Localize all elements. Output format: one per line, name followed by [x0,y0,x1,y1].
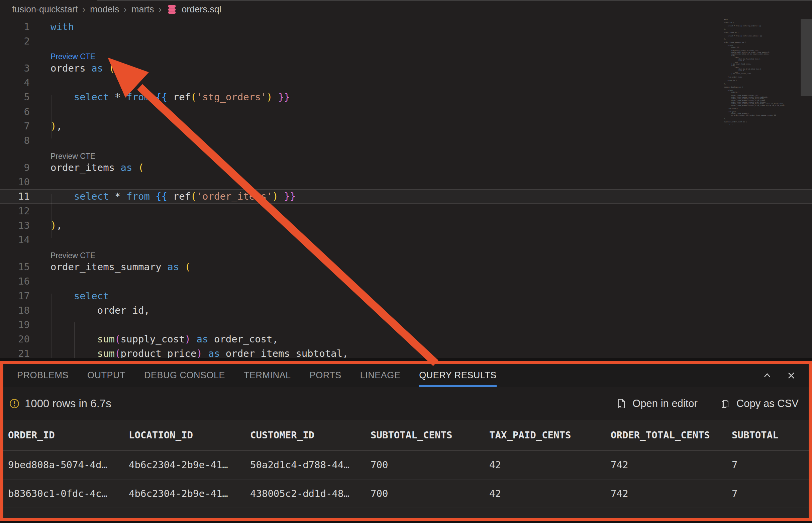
column-header[interactable]: ORDER_ID [8,429,129,441]
chevron-up-icon[interactable] [761,370,773,381]
tab-terminal[interactable]: TERMINAL [244,364,291,387]
query-results-panel: PROBLEMSOUTPUTDEBUG CONSOLETERMINALPORTS… [0,361,812,521]
table-cell: 3b4a03db-7b23-46… [8,517,129,518]
code-line[interactable]: 14 [0,232,812,247]
tab-ports[interactable]: PORTS [310,364,341,387]
code-line[interactable]: 15order_items_summary as ( [0,260,812,274]
code-editor[interactable]: 1with2Preview CTE3orders as (45 select *… [0,19,812,361]
table-row[interactable]: 3b4a03db-7b23-46…4b6c2304-2b9e-41…526126… [3,508,809,518]
code-text: ), [51,220,62,231]
editor-scrollbar[interactable] [801,0,812,361]
table-cell: 742 [611,488,732,499]
copy-icon [720,398,730,409]
tab-debug-console[interactable]: DEBUG CONSOLE [144,364,225,387]
panel-window-controls [761,364,797,387]
code-line[interactable]: 20 sum(supply_cost) as order_cost, [0,332,812,346]
code-line[interactable]: 8 [0,133,812,147]
row-count-status: 1000 rows in 6.7s [25,397,111,410]
results-actions: Open in editor Copy as CSV [616,398,799,410]
table-cell: 700 [371,488,489,499]
scrollbar-thumb[interactable] [801,19,812,96]
table-cell: 4b6c2304-2b9e-41… [129,488,250,499]
code-line[interactable]: 12 [0,204,812,218]
line-number: 7 [0,120,30,132]
code-line[interactable]: 13), [0,218,812,232]
line-number: 11 [0,191,30,202]
column-header[interactable]: TAX_PAID_CENTS [489,429,611,441]
code-line[interactable]: 5 select * from {{ ref('stg_orders') }} [0,90,812,104]
editor-panel-divider [0,358,812,361]
column-header[interactable]: CUSTOMER_ID [250,429,371,441]
table-row[interactable]: b83630c1-0fdc-4c…4b6c2304-2b9e-41…438005… [3,480,809,508]
line-number: 17 [0,290,30,302]
code-line[interactable]: 10 [0,175,812,189]
tab-problems[interactable]: PROBLEMS [17,364,69,387]
line-number: 1 [0,21,30,33]
line-number: 21 [0,348,30,359]
results-header-row: ORDER_IDLOCATION_IDCUSTOMER_IDSUBTOTAL_C… [3,420,809,451]
results-rows: 9bed808a-5074-4d…4b6c2304-2b9e-41…50a2d1… [3,451,809,518]
close-icon[interactable] [786,370,797,381]
line-number: 5 [0,91,30,103]
indent-guide [51,95,52,139]
minimap[interactable]: with orders as ( select * from {{ ref('s… [724,19,800,125]
line-number: 16 [0,275,30,287]
code-text: select * from {{ ref('stg_orders') }} [51,91,290,103]
code-line[interactable]: 16 [0,274,812,289]
code-line[interactable]: 17 select [0,289,812,303]
line-number: 12 [0,205,30,217]
results-status-bar: 1000 rows in 6.7s Open in editor [3,387,809,420]
code-line[interactable]: 2 [0,34,812,48]
column-header[interactable]: SUBTOTAL [732,429,809,441]
copy-as-csv-button[interactable]: Copy as CSV [720,398,799,410]
breadcrumb-items: fusion-quickstart›models›marts› [12,4,166,15]
code-text: ), [51,120,62,132]
code-text: order_items as ( [51,162,144,173]
breadcrumb-file[interactable]: orders.sql [182,4,221,15]
line-number: 2 [0,35,30,47]
code-text: sum(supply_cost) as order_cost, [51,333,278,345]
line-number: 6 [0,106,30,118]
indent-guide [51,294,52,359]
table-cell: 42 [489,517,611,518]
code-line[interactable]: 6 [0,104,812,119]
table-cell: 4b6c2304-2b9e-41… [129,517,250,518]
line-number: 19 [0,319,30,330]
line-number: 15 [0,261,30,272]
table-cell: 742 [611,517,732,518]
tab-query-results[interactable]: QUERY RESULTS [419,364,497,387]
table-cell: 42 [489,488,611,499]
column-header[interactable]: ORDER_TOTAL_CENTS [611,429,732,441]
code-lens-preview-cte[interactable]: Preview CTE [0,48,812,61]
code-text: order_id, [51,305,150,316]
tab-lineage[interactable]: LINEAGE [360,364,401,387]
open-in-editor-button[interactable]: Open in editor [616,398,698,410]
table-cell: 742 [611,459,732,470]
panel-tabs: PROBLEMSOUTPUTDEBUG CONSOLETERMINALPORTS… [3,364,809,387]
column-header[interactable]: SUBTOTAL_CENTS [371,429,489,441]
code-line[interactable]: 19 [0,317,812,332]
table-cell: 42 [489,459,611,470]
table-cell: b83630c1-0fdc-4c… [8,488,129,499]
code-line[interactable]: 11 select * from {{ ref('order_items') }… [0,189,812,204]
table-cell: 50a2d1c4-d788-44… [250,459,371,470]
code-line[interactable]: 4 [0,76,812,90]
code-line[interactable]: 9order_items as ( [0,161,812,175]
code-line[interactable]: 3orders as ( [0,61,812,75]
breadcrumb-item[interactable]: fusion-quickstart [12,4,78,14]
table-cell: 7 [732,488,809,499]
breadcrumb-item[interactable]: marts [131,4,154,14]
code-lens-preview-cte[interactable]: Preview CTE [0,247,812,260]
breadcrumb-item[interactable]: models [90,4,119,14]
code-line[interactable]: 7), [0,119,812,133]
code-text: select [51,290,109,302]
open-in-editor-label: Open in editor [632,398,698,410]
column-header[interactable]: LOCATION_ID [129,429,250,441]
line-number: 10 [0,176,30,187]
code-line[interactable]: 1with [0,19,812,34]
code-lens-preview-cte[interactable]: Preview CTE [0,148,812,161]
table-row[interactable]: 9bed808a-5074-4d…4b6c2304-2b9e-41…50a2d1… [3,451,809,480]
code-line[interactable]: 18 order_id, [0,303,812,317]
tab-output[interactable]: OUTPUT [87,364,125,387]
breadcrumb: fusion-quickstart›models›marts› orders.s… [12,3,221,16]
